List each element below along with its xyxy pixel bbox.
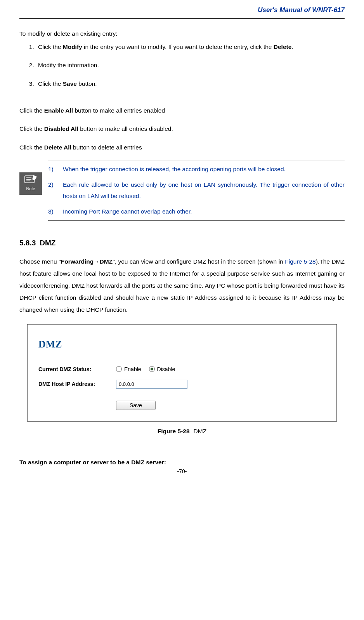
- modify-steps: Click the Modify in the entry you want t…: [19, 41, 345, 89]
- figure-reference: Figure 5-28: [285, 258, 315, 265]
- step-1: Click the Modify in the entry you want t…: [36, 41, 345, 52]
- save-button[interactable]: Save: [116, 401, 156, 410]
- note-body: 1) When the trigger connection is releas…: [48, 160, 345, 221]
- dmz-status-row: Current DMZ Status: Enable Disable: [38, 364, 326, 375]
- menu-path: Forwarding→DMZ: [61, 258, 113, 265]
- note-item-2: 2) Each rule allowed to be used only by …: [48, 179, 345, 202]
- header-rule: [19, 18, 345, 19]
- enable-radio-label: Enable: [124, 364, 141, 375]
- dmz-ip-row: DMZ Host IP Address:: [38, 379, 326, 389]
- section-title: DMZ: [40, 239, 55, 247]
- note-item-3: 3) Incoming Port Range cannot overlap ea…: [48, 206, 345, 217]
- dmz-paragraph: Choose menu "Forwarding→DMZ", you can vi…: [19, 255, 345, 316]
- page-header-title: User's Manual of WNRT-617: [19, 4, 345, 18]
- click-delete-all: Click the Delete All button to delete al…: [19, 142, 345, 153]
- disable-radio-label: Disable: [157, 364, 175, 375]
- modify-intro: To modify or delete an existing entry:: [19, 28, 345, 39]
- dmz-ip-input[interactable]: [116, 380, 187, 389]
- modify-keyword: Modify: [63, 43, 82, 50]
- figure-caption: Figure 5-28DMZ: [19, 425, 345, 437]
- note-item-1: 1) When the trigger connection is releas…: [48, 163, 345, 175]
- step-2: Modify the information.: [36, 59, 345, 71]
- dmz-status-label: Current DMZ Status:: [38, 364, 116, 375]
- click-disabled-all: Click the Disabled All button to make al…: [19, 123, 345, 134]
- click-enable-all: Click the Enable All button to make all …: [19, 105, 345, 116]
- enable-radio[interactable]: [116, 366, 122, 372]
- note-icon: Note: [19, 172, 42, 195]
- disable-radio[interactable]: [149, 366, 155, 372]
- delete-keyword: Delete: [274, 43, 292, 50]
- save-keyword: Save: [63, 80, 77, 87]
- section-heading: 5.8.3DMZ: [19, 236, 345, 250]
- dmz-panel-heading: DMZ: [38, 335, 326, 354]
- step-3: Click the Save button.: [36, 78, 345, 89]
- caption-figure-number: Figure 5-28: [158, 428, 190, 434]
- caption-text: DMZ: [194, 428, 207, 434]
- note-box: Note 1) When the trigger connection is r…: [19, 160, 345, 221]
- dmz-ip-label: DMZ Host IP Address:: [38, 379, 116, 389]
- note-label: Note: [26, 185, 35, 193]
- page-number: -70-: [0, 466, 364, 477]
- dmz-screenshot: DMZ Current DMZ Status: Enable Disable D…: [27, 324, 337, 422]
- section-number: 5.8.3: [19, 239, 36, 247]
